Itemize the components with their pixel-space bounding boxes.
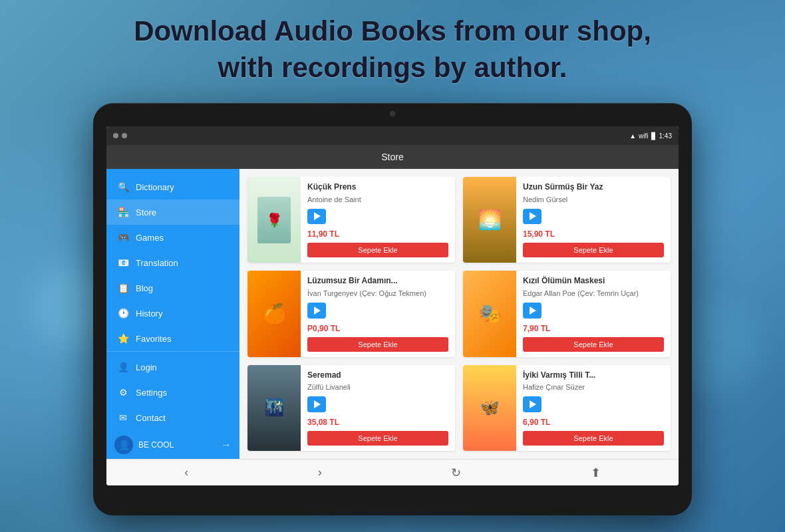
book-card-3: 🍊 Lüzumsuz Bir Adamın... İvan Turgenyev … bbox=[247, 271, 455, 356]
sidebar-item-favorites[interactable]: ⭐ Favorites bbox=[106, 326, 239, 351]
wifi-icon: wifi bbox=[639, 132, 648, 140]
add-to-cart-5[interactable]: Sepete Ekle bbox=[307, 431, 448, 446]
sidebar-user: 👤 BE COOL → bbox=[106, 430, 239, 460]
login-icon: 👤 bbox=[117, 361, 129, 373]
signal-icon: ▲ bbox=[629, 132, 636, 140]
play-button-3[interactable] bbox=[307, 303, 326, 319]
status-dot-2 bbox=[122, 133, 127, 138]
book-image-1: 🌹 bbox=[257, 197, 291, 243]
refresh-button[interactable]: ↻ bbox=[451, 466, 461, 480]
sidebar-item-translation[interactable]: 📧 Translation bbox=[106, 250, 239, 275]
book-author-1: Antoine de Saint bbox=[307, 196, 448, 203]
book-author-6: Hafize Çınar Süzer bbox=[523, 383, 664, 391]
user-name: BE COOL bbox=[138, 440, 174, 450]
status-bar: ▲ wifi ▊ 1:43 bbox=[106, 126, 679, 145]
sidebar: 🔍 Dictionary 🏪 Store 🎮 Games 📧 Translati… bbox=[106, 169, 239, 459]
sidebar-label-games: Games bbox=[136, 233, 164, 243]
sidebar-label-history: History bbox=[136, 309, 162, 319]
book-title-4: Kızıl Ölümün Maskesi bbox=[523, 276, 664, 287]
store-icon: 🏪 bbox=[117, 206, 129, 218]
book-info-1: Küçük Prens Antoine de Saint 11,90 TL Se… bbox=[301, 177, 455, 263]
book-cover-2: 🌅 bbox=[463, 177, 516, 263]
sidebar-label-blog: Blog bbox=[136, 283, 153, 293]
sidebar-label-contact: Contact bbox=[136, 413, 166, 423]
book-info-2: Uzun Sürmüş Bir Yaz Nedim Gürsel 15,90 T… bbox=[516, 177, 671, 263]
add-to-cart-4[interactable]: Sepete Ekle bbox=[523, 337, 664, 352]
sidebar-label-dictionary: Dictionary bbox=[136, 182, 174, 192]
settings-icon: ⚙ bbox=[117, 386, 129, 398]
status-dot-1 bbox=[113, 133, 118, 138]
book-card-1: 🌹 Küçük Prens Antoine de Saint 11,90 TL … bbox=[247, 177, 455, 263]
book-price-4: 7,90 TL bbox=[523, 324, 664, 333]
sidebar-item-games[interactable]: 🎮 Games bbox=[106, 225, 239, 250]
translation-icon: 📧 bbox=[117, 257, 129, 269]
book-card-2: 🌅 Uzun Sürmüş Bir Yaz Nedim Gürsel 15,90… bbox=[463, 177, 671, 263]
favorites-icon: ⭐ bbox=[117, 332, 129, 344]
book-title-2: Uzun Sürmüş Bir Yaz bbox=[523, 182, 664, 193]
play-button-1[interactable] bbox=[307, 209, 326, 225]
sidebar-item-dictionary[interactable]: 🔍 Dictionary bbox=[106, 174, 239, 200]
sidebar-label-translation: Translation bbox=[136, 258, 178, 268]
add-to-cart-2[interactable]: Sepete Ekle bbox=[523, 243, 664, 257]
book-cover-6: 🦋 bbox=[463, 365, 516, 451]
book-title-1: Küçük Prens bbox=[307, 182, 448, 193]
history-icon: 🕐 bbox=[117, 307, 129, 319]
play-button-4[interactable] bbox=[523, 303, 542, 319]
play-button-6[interactable] bbox=[523, 396, 542, 412]
tablet: ▲ wifi ▊ 1:43 Store 🔍 Dictionary bbox=[93, 103, 692, 515]
book-info-5: Seremad Zülfü Livaneli 35,08 TL Sepete E… bbox=[301, 365, 455, 451]
time-display: 1:43 bbox=[659, 132, 672, 140]
book-cover-4: 🎭 bbox=[463, 271, 516, 356]
book-author-3: İvan Turgenyev (Çev: Oğuz Tekmen) bbox=[307, 289, 448, 297]
sidebar-label-login: Login bbox=[136, 362, 157, 372]
contact-icon: ✉ bbox=[117, 412, 129, 424]
book-info-3: Lüzumsuz Bir Adamın... İvan Turgenyev (Ç… bbox=[301, 271, 455, 356]
book-info-6: İyiki Varmış Tilli T... Hafize Çınar Süz… bbox=[516, 365, 671, 451]
games-icon: 🎮 bbox=[117, 231, 129, 243]
sidebar-item-blog[interactable]: 📋 Blog bbox=[106, 275, 239, 301]
book-author-2: Nedim Gürsel bbox=[523, 196, 664, 203]
play-button-2[interactable] bbox=[523, 209, 542, 225]
book-cover-5: 🌃 bbox=[247, 365, 301, 451]
book-card-6: 🦋 İyiki Varmış Tilli T... Hafize Çınar S… bbox=[463, 365, 671, 451]
book-info-4: Kızıl Ölümün Maskesi Edgar Allan Poe (Çe… bbox=[516, 271, 671, 356]
hero-line1: Download Audio Books from our shop, bbox=[134, 15, 651, 47]
sidebar-item-store[interactable]: 🏪 Store bbox=[106, 200, 239, 225]
app-body: 🔍 Dictionary 🏪 Store 🎮 Games 📧 Translati… bbox=[106, 169, 679, 459]
sidebar-label-settings: Settings bbox=[136, 388, 167, 398]
avatar: 👤 bbox=[114, 436, 133, 454]
book-author-4: Edgar Allan Poe (Çev: Temrin Uçar) bbox=[523, 289, 664, 297]
camera bbox=[390, 111, 395, 116]
sidebar-item-history[interactable]: 🕐 History bbox=[106, 301, 239, 326]
status-right: ▲ wifi ▊ 1:43 bbox=[629, 132, 672, 140]
status-left bbox=[113, 133, 127, 138]
sidebar-bottom: 👤 Login ⚙ Settings ✉ Contact 👤 bbox=[106, 351, 239, 465]
book-price-1: 11,90 TL bbox=[307, 229, 448, 239]
search-icon: 🔍 bbox=[117, 181, 129, 193]
book-title-6: İyiki Varmış Tilli T... bbox=[523, 370, 664, 381]
sidebar-label-store: Store bbox=[136, 207, 156, 217]
share-button[interactable]: ⬆ bbox=[591, 466, 601, 480]
book-card-4: 🎭 Kızıl Ölümün Maskesi Edgar Allan Poe (… bbox=[463, 271, 671, 356]
sidebar-label-favorites: Favorites bbox=[136, 334, 171, 344]
play-button-5[interactable] bbox=[307, 396, 326, 412]
tablet-screen: ▲ wifi ▊ 1:43 Store 🔍 Dictionary bbox=[106, 126, 679, 485]
forward-button[interactable]: › bbox=[318, 466, 322, 479]
sidebar-item-login[interactable]: 👤 Login bbox=[106, 354, 239, 380]
sidebar-item-settings[interactable]: ⚙ Settings bbox=[106, 380, 239, 405]
sidebar-item-contact[interactable]: ✉ Contact bbox=[106, 405, 239, 430]
screen-title: Store bbox=[381, 152, 403, 162]
book-price-3: P0,90 TL bbox=[307, 324, 448, 333]
tablet-shell: ▲ wifi ▊ 1:43 Store 🔍 Dictionary bbox=[93, 103, 692, 515]
book-price-2: 15,90 TL bbox=[523, 229, 664, 239]
book-card-5: 🌃 Seremad Zülfü Livaneli 35,08 TL Sepete… bbox=[247, 365, 455, 451]
hero-line2: with recordings by author. bbox=[218, 52, 567, 83]
book-cover-3: 🍊 bbox=[247, 271, 301, 356]
add-to-cart-1[interactable]: Sepete Ekle bbox=[307, 243, 448, 257]
forward-icon: → bbox=[221, 439, 232, 451]
battery-icon: ▊ bbox=[651, 132, 657, 140]
back-button[interactable]: ‹ bbox=[184, 466, 188, 479]
content-area: 🌹 Küçük Prens Antoine de Saint 11,90 TL … bbox=[239, 169, 679, 459]
add-to-cart-6[interactable]: Sepete Ekle bbox=[523, 431, 664, 446]
add-to-cart-3[interactable]: Sepete Ekle bbox=[307, 337, 448, 352]
